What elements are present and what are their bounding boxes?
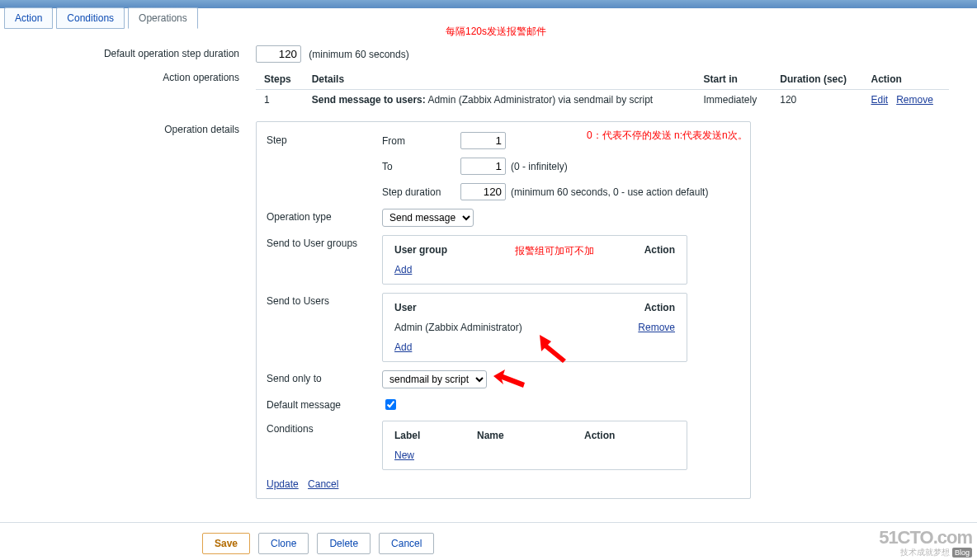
input-default-duration[interactable] bbox=[256, 45, 301, 63]
operation-details-box: 0：代表不停的发送 n:代表发送n次。 Step From To (0 - in… bbox=[256, 121, 751, 499]
update-link[interactable]: Update bbox=[267, 478, 299, 490]
user-groups-box: 报警组可加可不加 User group Action Add bbox=[382, 235, 687, 285]
hint-infinitely: (0 - infinitely) bbox=[511, 161, 568, 172]
users-box: User Action Admin (Zabbix Administrator)… bbox=[382, 293, 687, 362]
select-operation-type[interactable]: Send message bbox=[382, 209, 474, 227]
checkbox-default-message[interactable] bbox=[385, 399, 396, 410]
cell-start: Immediately bbox=[695, 90, 772, 111]
label-action-operations: Action operations bbox=[8, 69, 256, 83]
input-step-to[interactable] bbox=[460, 158, 506, 175]
th-duration: Duration (sec) bbox=[772, 69, 862, 90]
user-name: Admin (Zabbix Administrator) bbox=[394, 322, 522, 333]
label-default-duration: Default operation step duration bbox=[8, 45, 256, 59]
delete-button[interactable]: Delete bbox=[317, 533, 371, 554]
cell-details: Send message to users: Admin (Zabbix Adm… bbox=[304, 90, 696, 111]
clone-button[interactable]: Clone bbox=[258, 533, 309, 554]
arrow-icon bbox=[540, 335, 573, 363]
cell-steps: 1 bbox=[256, 90, 304, 111]
label-send-user-groups: Send to User groups bbox=[267, 235, 382, 249]
watermark: 51CTO.com 技术成就梦想Blog bbox=[879, 529, 972, 557]
label-step: Step bbox=[267, 132, 382, 146]
tab-operations[interactable]: Operations bbox=[128, 7, 198, 29]
remove-link[interactable]: Remove bbox=[896, 94, 933, 106]
cell-action: Edit Remove bbox=[863, 90, 950, 111]
input-step-from[interactable] bbox=[460, 132, 506, 149]
ug-col2: Action bbox=[644, 244, 675, 256]
arrow-icon bbox=[493, 368, 526, 393]
label-from: From bbox=[382, 135, 460, 147]
footer-buttons: Save Clone Delete Cancel bbox=[0, 522, 977, 560]
save-button[interactable]: Save bbox=[202, 533, 250, 554]
annotation-group: 报警组可加可不加 bbox=[515, 244, 594, 258]
cancel-link[interactable]: Cancel bbox=[308, 478, 338, 490]
operations-table: Steps Details Start in Duration (sec) Ac… bbox=[256, 69, 949, 110]
form: 每隔120s发送报警邮件 Default operation step dura… bbox=[0, 29, 977, 522]
th-details: Details bbox=[304, 69, 696, 90]
input-step-duration[interactable] bbox=[460, 183, 506, 200]
conditions-box: Label Name Action New bbox=[382, 421, 687, 470]
label-send-only-to: Send only to bbox=[267, 370, 382, 384]
label-operation-type: Operation type bbox=[267, 209, 382, 223]
annotation-interval: 每隔120s发送报警邮件 bbox=[446, 25, 546, 39]
label-operation-details: Operation details bbox=[8, 121, 256, 135]
cond-action: Action bbox=[584, 430, 615, 441]
cancel-button[interactable]: Cancel bbox=[379, 533, 434, 554]
annotation-infinite: 0：代表不停的发送 n:代表发送n次。 bbox=[587, 129, 748, 143]
cond-name: Name bbox=[477, 430, 584, 441]
label-step-duration: Step duration bbox=[382, 186, 460, 198]
label-default-message: Default message bbox=[267, 397, 382, 411]
select-send-only-to[interactable]: sendmail by script bbox=[382, 370, 487, 388]
tab-conditions[interactable]: Conditions bbox=[56, 7, 125, 29]
remove-user-link[interactable]: Remove bbox=[638, 322, 675, 333]
u-col2: Action bbox=[644, 302, 675, 313]
hint-min60: (minimum 60 seconds) bbox=[309, 49, 408, 60]
cond-label: Label bbox=[394, 430, 477, 441]
hint-use-default: (minimum 60 seconds, 0 - use action defa… bbox=[511, 186, 708, 198]
add-user-link[interactable]: Add bbox=[394, 341, 412, 353]
label-to: To bbox=[382, 161, 460, 172]
cell-duration: 120 bbox=[772, 90, 862, 111]
add-user-group-link[interactable]: Add bbox=[394, 264, 412, 275]
svg-marker-1 bbox=[493, 369, 525, 388]
label-send-users: Send to Users bbox=[267, 293, 382, 307]
u-col1: User bbox=[394, 302, 417, 313]
th-action: Action bbox=[863, 69, 950, 90]
svg-marker-0 bbox=[540, 335, 566, 363]
edit-link[interactable]: Edit bbox=[871, 94, 889, 106]
new-condition-link[interactable]: New bbox=[394, 449, 414, 461]
th-start: Start in bbox=[695, 69, 772, 90]
ug-col1: User group bbox=[394, 244, 447, 256]
th-steps: Steps bbox=[256, 69, 304, 90]
table-row: 1 Send message to users: Admin (Zabbix A… bbox=[256, 90, 949, 111]
label-conditions: Conditions bbox=[267, 421, 382, 435]
tab-action[interactable]: Action bbox=[4, 7, 53, 29]
